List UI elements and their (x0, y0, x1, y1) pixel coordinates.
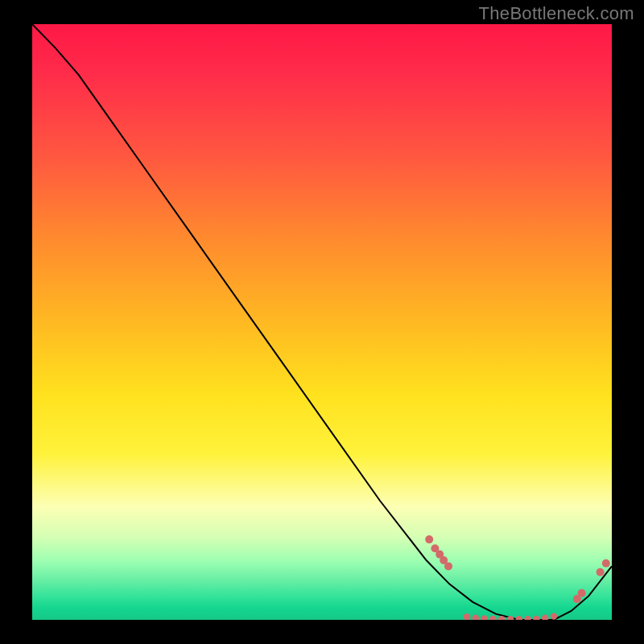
data-point (489, 616, 496, 620)
data-point (516, 616, 522, 620)
data-point (542, 615, 548, 620)
data-point (444, 562, 452, 570)
watermark-text: TheBottleneck.com (479, 3, 634, 24)
data-point (533, 616, 539, 620)
chart-overlay (32, 24, 612, 620)
data-point (464, 613, 470, 620)
data-point (551, 613, 557, 619)
chart-frame: TheBottleneck.com (0, 0, 644, 644)
data-point (602, 559, 610, 568)
marker-group (425, 535, 610, 620)
data-point (524, 616, 530, 620)
data-point (578, 589, 586, 597)
data-point (481, 615, 487, 620)
data-point (425, 535, 433, 543)
data-point (473, 615, 479, 620)
bottleneck-curve (32, 24, 612, 620)
data-point (597, 568, 605, 576)
